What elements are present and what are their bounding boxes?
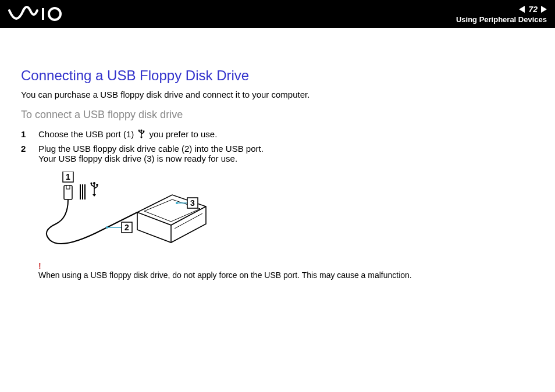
svg-rect-15 — [96, 184, 98, 186]
warning-icon: ! — [38, 261, 533, 270]
steps-list: 1 Choose the USB port (1) you prefer to … — [21, 129, 534, 163]
step-text-part: Your USB floppy disk drive (3) is now re… — [38, 154, 237, 163]
figure: 1 2 — [38, 172, 534, 255]
usb-icon — [138, 129, 145, 140]
header-bar: 72 Using Peripheral Devices — [0, 0, 555, 28]
step-text: Choose the USB port (1) you prefer to us… — [38, 129, 217, 140]
subtitle: To connect a USB floppy disk drive — [21, 109, 534, 121]
svg-point-22 — [176, 202, 178, 204]
svg-rect-0 — [42, 8, 44, 20]
step-text-part: Choose the USB port (1) — [38, 129, 136, 139]
main-content: Connecting a USB Floppy Disk Drive You c… — [0, 28, 555, 296]
page-number: 72 — [528, 5, 538, 14]
page-title: Connecting a USB Floppy Disk Drive — [21, 67, 534, 84]
figure-label-3: 3 — [190, 198, 195, 208]
svg-point-4 — [138, 130, 140, 131]
page-nav: 72 — [519, 5, 547, 14]
section-name: Using Peripheral Devices — [456, 15, 547, 24]
svg-point-17 — [106, 226, 108, 229]
svg-point-1 — [49, 8, 61, 20]
svg-rect-5 — [143, 131, 145, 133]
step-text: Plug the USB floppy disk drive cable (2)… — [38, 144, 264, 163]
step-item: 1 Choose the USB port (1) you prefer to … — [21, 129, 534, 140]
intro-text: You can purchase a USB floppy disk drive… — [21, 90, 534, 99]
step-number: 1 — [21, 129, 29, 140]
vaio-logo — [8, 6, 64, 22]
svg-rect-8 — [66, 186, 70, 189]
next-page-arrow-icon[interactable] — [541, 6, 547, 13]
step-text-part: Plug the USB floppy disk drive cable (2)… — [38, 144, 264, 154]
svg-point-14 — [90, 182, 92, 184]
step-text-part: you prefer to use. — [147, 129, 217, 139]
step-number: 2 — [21, 144, 29, 163]
step-item: 2 Plug the USB floppy disk drive cable (… — [21, 144, 534, 163]
warning-text: When using a USB floppy disk drive, do n… — [38, 270, 412, 280]
warning-note: ! When using a USB floppy disk drive, do… — [38, 261, 534, 280]
prev-page-arrow-icon[interactable] — [519, 6, 525, 13]
figure-label-2: 2 — [124, 223, 129, 232]
figure-label-1: 1 — [66, 172, 70, 181]
